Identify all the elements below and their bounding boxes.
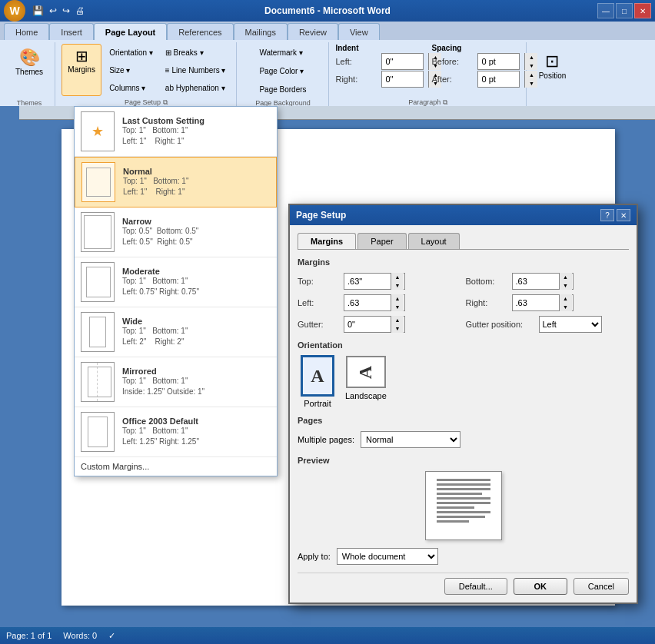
- preview-line-5: [437, 497, 490, 500]
- landscape-icon: A: [346, 356, 386, 388]
- dialog-title: Page Setup: [296, 210, 346, 221]
- dialog-overlay: Page Setup ? ✕ Margins Paper Layout Marg…: [0, 0, 655, 644]
- dialog-buttons: Default... OK Cancel: [298, 573, 629, 595]
- dialog-body: Margins Paper Layout Margins Top: ▲ ▼: [290, 225, 637, 603]
- pages-row: Multiple pages: Normal Mirror margins 2 …: [298, 431, 629, 448]
- right-margin-input[interactable]: ▲ ▼: [512, 294, 574, 311]
- multiple-pages-field[interactable]: Normal Mirror margins 2 pages per sheet …: [361, 433, 460, 446]
- bottom-margin-label: Bottom:: [466, 277, 508, 286]
- dialog-help-button[interactable]: ?: [600, 209, 614, 221]
- preview-box: [425, 471, 502, 540]
- preview-line-6: [437, 502, 490, 504]
- portrait-icon: A: [301, 356, 334, 396]
- top-margin-input[interactable]: ▲ ▼: [344, 273, 405, 290]
- top-margin-up[interactable]: ▲: [391, 273, 404, 281]
- gutter-row: Gutter: ▲ ▼: [298, 316, 461, 333]
- preview-line-9: [437, 516, 485, 518]
- bottom-margin-row: Bottom: ▲ ▼: [466, 273, 630, 290]
- top-margin-row: Top: ▲ ▼: [298, 273, 461, 290]
- left-margin-label: Left:: [298, 298, 340, 307]
- landscape-letter: A: [355, 365, 376, 378]
- left-margin-row: Left: ▲ ▼: [298, 294, 461, 311]
- dialog-tab-margins[interactable]: Margins: [298, 233, 356, 249]
- right-margin-down[interactable]: ▼: [560, 303, 572, 311]
- cancel-button[interactable]: Cancel: [574, 578, 629, 595]
- orientation-title: Orientation: [298, 340, 629, 350]
- preview-line-10: [437, 520, 469, 523]
- preview-line-8: [437, 511, 490, 513]
- gutter-position-field[interactable]: Left Top: [540, 319, 601, 330]
- page-setup-dialog: Page Setup ? ✕ Margins Paper Layout Marg…: [288, 204, 638, 604]
- pages-title: Pages: [298, 416, 629, 425]
- apply-to-select[interactable]: Whole document This point forward: [337, 548, 438, 565]
- gutter-up[interactable]: ▲: [391, 316, 404, 324]
- top-margin-field[interactable]: [344, 275, 391, 287]
- ok-button[interactable]: OK: [514, 578, 567, 595]
- preview-line-2: [437, 483, 490, 486]
- left-margin-up[interactable]: ▲: [391, 294, 404, 303]
- dialog-close-button[interactable]: ✕: [617, 209, 630, 221]
- apply-to-row: Apply to: Whole document This point forw…: [298, 548, 629, 565]
- bottom-margin-up[interactable]: ▲: [560, 273, 572, 281]
- portrait-letter: A: [311, 366, 324, 387]
- multiple-pages-select[interactable]: Normal Mirror margins 2 pages per sheet …: [361, 431, 460, 448]
- margins-form-grid: Top: ▲ ▼ Bottom: ▲: [298, 273, 629, 333]
- left-margin-spin: ▲ ▼: [391, 294, 404, 311]
- bottom-margin-input[interactable]: ▲ ▼: [512, 273, 574, 290]
- gutter-label: Gutter:: [298, 320, 340, 329]
- top-margin-spin: ▲ ▼: [391, 273, 404, 290]
- top-margin-down[interactable]: ▼: [391, 281, 404, 290]
- preview-section: Preview: [298, 456, 629, 540]
- gutter-field[interactable]: [344, 318, 391, 330]
- multiple-pages-label: Multiple pages:: [298, 435, 354, 444]
- bottom-margin-field[interactable]: [513, 275, 559, 287]
- preview-line-7: [437, 506, 474, 509]
- gutter-position-row: Gutter position: Left Top: [466, 316, 630, 333]
- right-margin-field[interactable]: [513, 297, 559, 309]
- preview-line-4: [437, 493, 483, 495]
- gutter-spin: ▲ ▼: [391, 316, 404, 333]
- right-margin-row: Right: ▲ ▼: [466, 294, 630, 311]
- preview-title: Preview: [298, 456, 629, 465]
- margins-section-title: Margins: [298, 257, 629, 267]
- gutter-position-select[interactable]: Left Top: [539, 316, 602, 333]
- right-margin-spin: ▲ ▼: [559, 294, 572, 311]
- preview-lines: [437, 479, 490, 533]
- pages-section: Pages Multiple pages: Normal Mirror marg…: [298, 416, 629, 448]
- preview-line-1: [437, 479, 490, 481]
- dialog-tabs: Margins Paper Layout: [298, 233, 629, 250]
- left-margin-field[interactable]: [344, 297, 391, 309]
- top-margin-label: Top:: [298, 277, 340, 286]
- portrait-label: Portrait: [304, 399, 331, 408]
- right-margin-up[interactable]: ▲: [560, 294, 572, 303]
- dialog-titlebar: Page Setup ? ✕: [290, 205, 637, 225]
- portrait-option[interactable]: A Portrait: [301, 356, 334, 408]
- default-button[interactable]: Default...: [444, 578, 507, 595]
- right-margin-label: Right:: [466, 298, 508, 307]
- bottom-margin-spin: ▲ ▼: [559, 273, 572, 290]
- gutter-input[interactable]: ▲ ▼: [344, 316, 405, 333]
- gutter-position-label: Gutter position:: [466, 320, 535, 329]
- left-margin-down[interactable]: ▼: [391, 303, 404, 311]
- landscape-option[interactable]: A Landscape: [345, 356, 387, 408]
- apply-to-field[interactable]: Whole document This point forward: [337, 548, 437, 565]
- orientation-group: A Portrait A Landscape: [301, 356, 629, 408]
- landscape-label: Landscape: [345, 391, 387, 400]
- bottom-margin-down[interactable]: ▼: [560, 281, 572, 290]
- dialog-tab-layout[interactable]: Layout: [408, 233, 460, 249]
- preview-line-3: [437, 488, 490, 490]
- gutter-down[interactable]: ▼: [391, 324, 404, 333]
- dialog-tab-paper[interactable]: Paper: [357, 233, 406, 249]
- left-margin-input[interactable]: ▲ ▼: [344, 294, 405, 311]
- dialog-title-controls: ? ✕: [600, 209, 630, 221]
- apply-to-label: Apply to:: [298, 552, 331, 561]
